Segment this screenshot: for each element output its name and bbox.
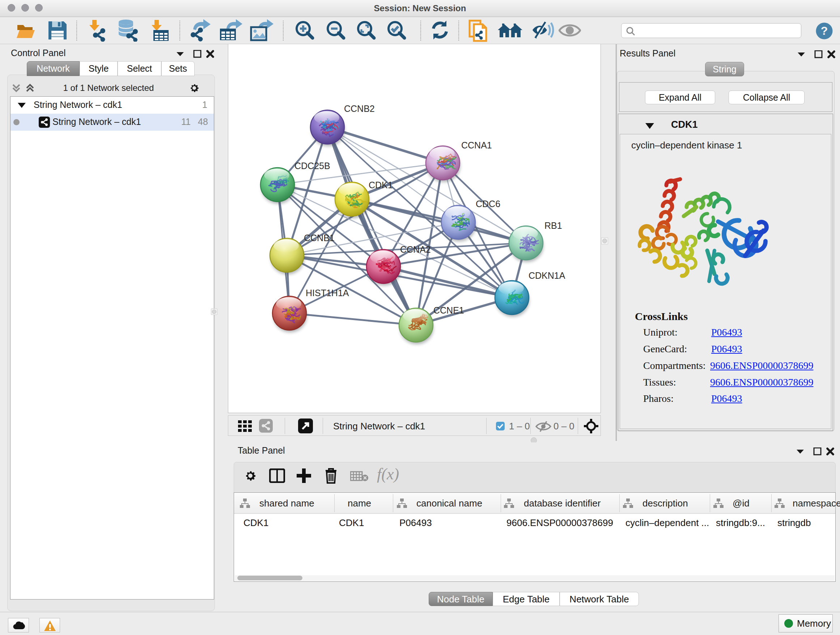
svg-text:CDC25B: CDC25B (294, 161, 330, 171)
svg-text:?: ? (821, 24, 828, 37)
svg-text:CCNA1: CCNA1 (461, 140, 492, 150)
svg-text:CDC6: CDC6 (476, 199, 500, 209)
svg-text:HIST1H1A: HIST1H1A (306, 288, 349, 298)
svg-text:RB1: RB1 (545, 220, 562, 231)
svg-text:CDKN1A: CDKN1A (529, 271, 565, 280)
svg-text:CCNB1: CCNB1 (304, 233, 335, 243)
svg-text:CCNA2: CCNA2 (400, 244, 431, 255)
svg-text:CDK1: CDK1 (369, 180, 393, 190)
svg-text:CCNE1: CCNE1 (433, 305, 464, 315)
svg-text:CCNB2: CCNB2 (344, 103, 375, 114)
